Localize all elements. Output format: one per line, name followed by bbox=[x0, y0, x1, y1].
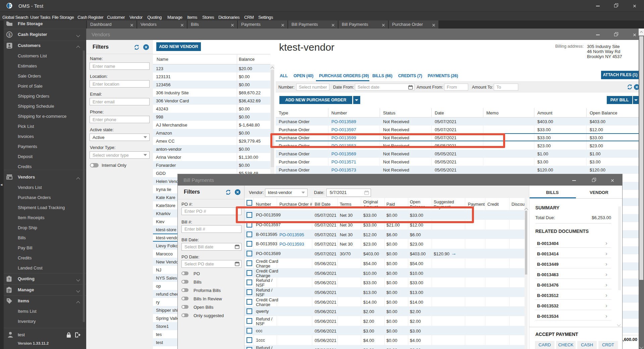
svg-text:?: ? bbox=[8, 278, 10, 281]
svg-text:$: $ bbox=[8, 33, 11, 37]
